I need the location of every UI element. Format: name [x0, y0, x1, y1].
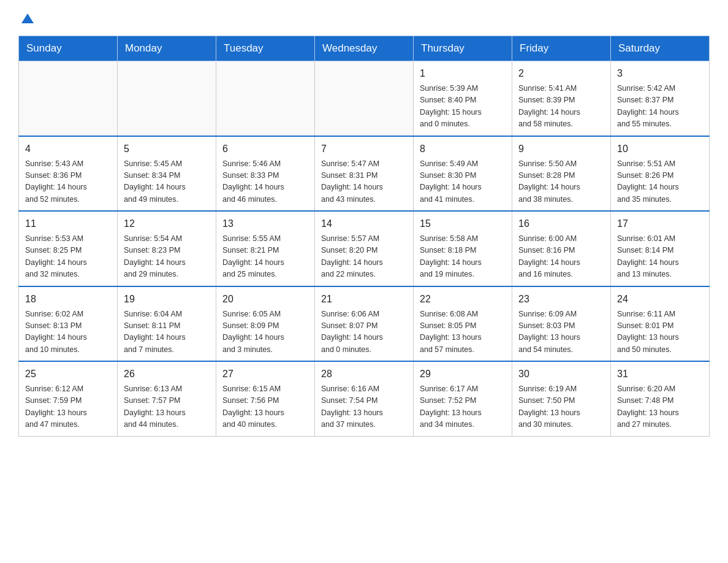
calendar-day-cell: 25Sunrise: 6:12 AM Sunset: 7:59 PM Dayli… [19, 361, 118, 436]
calendar-day-cell: 7Sunrise: 5:47 AM Sunset: 8:31 PM Daylig… [315, 136, 414, 212]
calendar-day-cell: 24Sunrise: 6:11 AM Sunset: 8:01 PM Dayli… [611, 286, 710, 362]
day-number: 27 [222, 367, 308, 381]
day-number: 14 [321, 216, 407, 231]
calendar-day-cell: 15Sunrise: 5:58 AM Sunset: 8:18 PM Dayli… [414, 211, 512, 286]
calendar-day-cell: 28Sunrise: 6:16 AM Sunset: 7:54 PM Dayli… [315, 361, 414, 436]
day-sun-info: Sunrise: 6:08 AM Sunset: 8:05 PM Dayligh… [420, 308, 506, 356]
day-number: 3 [617, 66, 703, 81]
calendar-day-cell: 6Sunrise: 5:46 AM Sunset: 8:33 PM Daylig… [216, 136, 315, 212]
day-sun-info: Sunrise: 6:00 AM Sunset: 8:16 PM Dayligh… [518, 233, 604, 281]
calendar-header-sunday: Sunday [19, 36, 118, 61]
day-number: 5 [124, 142, 210, 156]
calendar-day-cell: 5Sunrise: 5:45 AM Sunset: 8:34 PM Daylig… [118, 136, 216, 212]
calendar-table: SundayMondayTuesdayWednesdayThursdayFrid… [18, 36, 710, 437]
day-number: 8 [420, 142, 506, 156]
day-sun-info: Sunrise: 6:11 AM Sunset: 8:01 PM Dayligh… [617, 308, 703, 356]
day-sun-info: Sunrise: 6:01 AM Sunset: 8:14 PM Dayligh… [617, 233, 703, 281]
day-sun-info: Sunrise: 5:54 AM Sunset: 8:23 PM Dayligh… [124, 233, 210, 281]
calendar-day-cell [118, 61, 216, 136]
day-number: 31 [617, 367, 703, 381]
day-sun-info: Sunrise: 5:43 AM Sunset: 8:36 PM Dayligh… [25, 158, 111, 206]
day-number: 25 [25, 367, 111, 381]
calendar-header-monday: Monday [118, 36, 216, 61]
day-number: 12 [124, 216, 210, 231]
day-sun-info: Sunrise: 5:49 AM Sunset: 8:30 PM Dayligh… [420, 158, 506, 206]
calendar-week-row: 1Sunrise: 5:39 AM Sunset: 8:40 PM Daylig… [19, 61, 710, 136]
calendar-day-cell: 31Sunrise: 6:20 AM Sunset: 7:48 PM Dayli… [611, 361, 710, 436]
calendar-day-cell: 26Sunrise: 6:13 AM Sunset: 7:57 PM Dayli… [118, 361, 216, 436]
day-sun-info: Sunrise: 5:39 AM Sunset: 8:40 PM Dayligh… [420, 83, 506, 131]
day-number: 11 [25, 216, 111, 231]
day-sun-info: Sunrise: 5:57 AM Sunset: 8:20 PM Dayligh… [321, 233, 407, 281]
calendar-week-row: 11Sunrise: 5:53 AM Sunset: 8:25 PM Dayli… [19, 211, 710, 286]
calendar-day-cell: 12Sunrise: 5:54 AM Sunset: 8:23 PM Dayli… [118, 211, 216, 286]
calendar-day-cell: 19Sunrise: 6:04 AM Sunset: 8:11 PM Dayli… [118, 286, 216, 362]
page-header [18, 12, 710, 25]
day-number: 21 [321, 292, 407, 307]
calendar-day-cell: 3Sunrise: 5:42 AM Sunset: 8:37 PM Daylig… [611, 61, 710, 136]
calendar-day-cell: 27Sunrise: 6:15 AM Sunset: 7:56 PM Dayli… [216, 361, 315, 436]
day-number: 10 [617, 142, 703, 156]
day-number: 18 [25, 292, 111, 307]
calendar-week-row: 18Sunrise: 6:02 AM Sunset: 8:13 PM Dayli… [19, 286, 710, 362]
day-sun-info: Sunrise: 5:53 AM Sunset: 8:25 PM Dayligh… [25, 233, 111, 281]
day-sun-info: Sunrise: 5:50 AM Sunset: 8:28 PM Dayligh… [518, 158, 604, 206]
day-sun-info: Sunrise: 6:04 AM Sunset: 8:11 PM Dayligh… [124, 308, 210, 356]
calendar-header-row: SundayMondayTuesdayWednesdayThursdayFrid… [19, 36, 710, 61]
calendar-day-cell: 13Sunrise: 5:55 AM Sunset: 8:21 PM Dayli… [216, 211, 315, 286]
day-number: 7 [321, 142, 407, 156]
calendar-day-cell: 14Sunrise: 5:57 AM Sunset: 8:20 PM Dayli… [315, 211, 414, 286]
day-number: 6 [222, 142, 308, 156]
day-number: 20 [222, 292, 308, 307]
day-sun-info: Sunrise: 6:20 AM Sunset: 7:48 PM Dayligh… [617, 383, 703, 431]
calendar-header-wednesday: Wednesday [315, 36, 414, 61]
day-number: 22 [420, 292, 506, 307]
day-number: 23 [518, 292, 604, 307]
calendar-day-cell: 11Sunrise: 5:53 AM Sunset: 8:25 PM Dayli… [19, 211, 118, 286]
day-sun-info: Sunrise: 6:19 AM Sunset: 7:50 PM Dayligh… [518, 383, 604, 431]
calendar-day-cell [315, 61, 414, 136]
calendar-day-cell: 8Sunrise: 5:49 AM Sunset: 8:30 PM Daylig… [414, 136, 512, 212]
day-number: 4 [25, 142, 111, 156]
day-sun-info: Sunrise: 5:58 AM Sunset: 8:18 PM Dayligh… [420, 233, 506, 281]
day-number: 16 [518, 216, 604, 231]
day-sun-info: Sunrise: 5:55 AM Sunset: 8:21 PM Dayligh… [222, 233, 308, 281]
calendar-header-tuesday: Tuesday [216, 36, 315, 61]
calendar-day-cell: 2Sunrise: 5:41 AM Sunset: 8:39 PM Daylig… [512, 61, 611, 136]
calendar-day-cell [19, 61, 118, 136]
calendar-day-cell: 29Sunrise: 6:17 AM Sunset: 7:52 PM Dayli… [414, 361, 512, 436]
calendar-week-row: 4Sunrise: 5:43 AM Sunset: 8:36 PM Daylig… [19, 136, 710, 212]
calendar-day-cell: 17Sunrise: 6:01 AM Sunset: 8:14 PM Dayli… [611, 211, 710, 286]
calendar-day-cell: 21Sunrise: 6:06 AM Sunset: 8:07 PM Dayli… [315, 286, 414, 362]
calendar-day-cell: 23Sunrise: 6:09 AM Sunset: 8:03 PM Dayli… [512, 286, 611, 362]
day-sun-info: Sunrise: 5:42 AM Sunset: 8:37 PM Dayligh… [617, 83, 703, 131]
day-number: 30 [518, 367, 604, 381]
calendar-header-friday: Friday [512, 36, 611, 61]
day-sun-info: Sunrise: 6:12 AM Sunset: 7:59 PM Dayligh… [25, 383, 111, 431]
day-number: 13 [222, 216, 308, 231]
day-sun-info: Sunrise: 6:09 AM Sunset: 8:03 PM Dayligh… [518, 308, 604, 356]
calendar-day-cell: 10Sunrise: 5:51 AM Sunset: 8:26 PM Dayli… [611, 136, 710, 212]
day-sun-info: Sunrise: 6:05 AM Sunset: 8:09 PM Dayligh… [222, 308, 308, 356]
calendar-day-cell: 20Sunrise: 6:05 AM Sunset: 8:09 PM Dayli… [216, 286, 315, 362]
day-sun-info: Sunrise: 6:15 AM Sunset: 7:56 PM Dayligh… [222, 383, 308, 431]
calendar-day-cell: 4Sunrise: 5:43 AM Sunset: 8:36 PM Daylig… [19, 136, 118, 212]
logo-triangle-icon [21, 13, 34, 23]
day-sun-info: Sunrise: 6:13 AM Sunset: 7:57 PM Dayligh… [124, 383, 210, 431]
day-sun-info: Sunrise: 5:41 AM Sunset: 8:39 PM Dayligh… [518, 83, 604, 131]
day-sun-info: Sunrise: 6:17 AM Sunset: 7:52 PM Dayligh… [420, 383, 506, 431]
calendar-day-cell: 16Sunrise: 6:00 AM Sunset: 8:16 PM Dayli… [512, 211, 611, 286]
day-number: 19 [124, 292, 210, 307]
day-sun-info: Sunrise: 5:45 AM Sunset: 8:34 PM Dayligh… [124, 158, 210, 206]
day-number: 15 [420, 216, 506, 231]
calendar-header-thursday: Thursday [414, 36, 512, 61]
calendar-day-cell: 30Sunrise: 6:19 AM Sunset: 7:50 PM Dayli… [512, 361, 611, 436]
calendar-day-cell: 18Sunrise: 6:02 AM Sunset: 8:13 PM Dayli… [19, 286, 118, 362]
calendar-day-cell: 9Sunrise: 5:50 AM Sunset: 8:28 PM Daylig… [512, 136, 611, 212]
calendar-header-saturday: Saturday [611, 36, 710, 61]
calendar-day-cell: 22Sunrise: 6:08 AM Sunset: 8:05 PM Dayli… [414, 286, 512, 362]
day-sun-info: Sunrise: 5:51 AM Sunset: 8:26 PM Dayligh… [617, 158, 703, 206]
day-number: 1 [420, 66, 506, 81]
day-number: 17 [617, 216, 703, 231]
day-sun-info: Sunrise: 6:06 AM Sunset: 8:07 PM Dayligh… [321, 308, 407, 356]
